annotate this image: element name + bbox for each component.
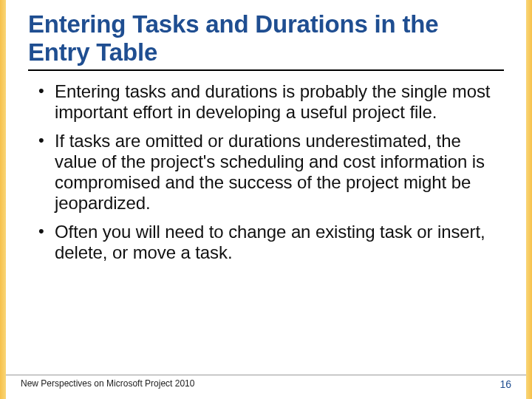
list-item: Entering tasks and durations is probably…: [34, 81, 504, 123]
footer-source-text: New Perspectives on Microsoft Project 20…: [21, 378, 194, 389]
list-item: If tasks are omitted or durations undere…: [34, 131, 504, 214]
slide: Entering Tasks and Durations in the Entr…: [6, 0, 526, 399]
list-item: Often you will need to change an existin…: [34, 222, 504, 264]
decorative-right-edge: [526, 0, 532, 399]
slide-title: Entering Tasks and Durations in the Entr…: [28, 10, 504, 71]
bullet-list: Entering tasks and durations is probably…: [34, 81, 504, 264]
slide-footer: New Perspectives on Microsoft Project 20…: [6, 375, 526, 390]
slide-body: Entering tasks and durations is probably…: [28, 81, 504, 399]
page-number: 16: [499, 378, 511, 390]
decorative-left-edge: [0, 0, 6, 399]
